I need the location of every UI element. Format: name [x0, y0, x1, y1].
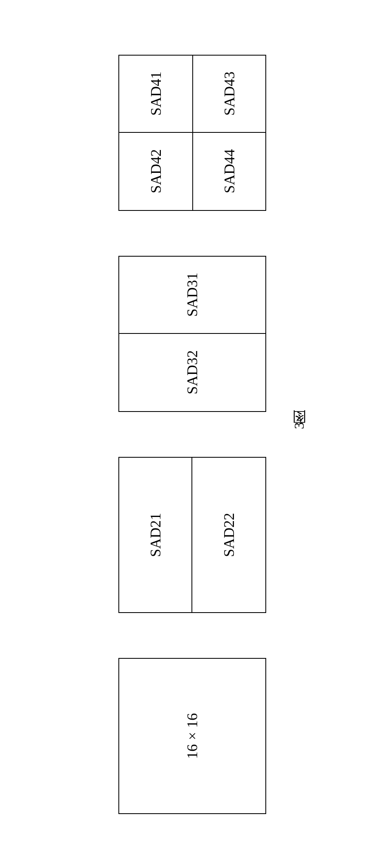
partition-block-8x8: SAD41 SAD43 SAD42 SAD44 — [118, 55, 266, 211]
cell-sad41: SAD41 — [119, 56, 192, 133]
cell-label: 16×16 — [184, 713, 201, 759]
cell-sad22: SAD22 — [192, 458, 265, 612]
partition-block-16x8: SAD21 SAD22 — [118, 457, 266, 613]
cell-sad42: SAD42 — [119, 133, 192, 210]
cell-label: SAD43 — [221, 72, 238, 116]
cell-sad21: SAD21 — [119, 458, 192, 612]
figure-caption: 图 3 — [290, 422, 309, 434]
cell-label: SAD21 — [147, 513, 164, 557]
cell-label: SAD22 — [220, 513, 238, 557]
partition-block-16x16: 16×16 — [118, 658, 266, 814]
cell-label: SAD41 — [147, 72, 165, 116]
cell-label: SAD42 — [147, 149, 165, 193]
cell-label: SAD32 — [184, 350, 201, 394]
cell-label: SAD31 — [184, 273, 201, 317]
cell-sad43: SAD43 — [192, 56, 265, 133]
cell-label: SAD44 — [221, 149, 238, 193]
cell-sad44: SAD44 — [192, 133, 265, 210]
cell-sad32: SAD32 — [119, 334, 265, 411]
partition-block-8x16: SAD31 SAD32 — [118, 256, 266, 412]
cell-16x16: 16×16 — [119, 659, 265, 813]
cell-sad31: SAD31 — [119, 257, 265, 334]
